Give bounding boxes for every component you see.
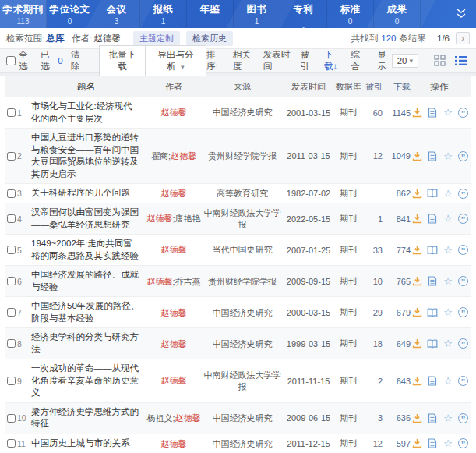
author-link[interactable]: 赵德馨	[161, 108, 187, 117]
book-reading-icon[interactable]	[427, 245, 438, 256]
citation-quote-icon[interactable]: ”	[458, 214, 468, 224]
article-title-link[interactable]: 汉帝国何以由富国变为强国——桑弘羊经济思想研究	[31, 207, 146, 231]
author-link[interactable]: 赵德馨	[146, 214, 172, 223]
select-all-control[interactable]: 全选	[6, 49, 33, 73]
category-tab[interactable]: 专利 ⌄	[280, 0, 327, 28]
citation-quote-icon[interactable]: ”	[458, 189, 468, 199]
article-source-link[interactable]: 贵州财经学院学报	[202, 276, 283, 287]
expand-categories-button[interactable]	[421, 0, 476, 28]
favorite-star-icon[interactable]: ☆	[443, 338, 453, 349]
category-tab[interactable]: 成果 0	[374, 0, 421, 28]
export-analyze-button[interactable]: 导出与分析 ▾	[146, 45, 206, 76]
favorite-star-icon[interactable]: ☆	[443, 188, 453, 199]
author-link[interactable]: 赵德馨	[161, 245, 187, 254]
article-source-link[interactable]: 中南财经政法大学学报	[202, 370, 283, 392]
row-checkbox[interactable]	[7, 246, 16, 254]
author-link[interactable]: 赵德馨	[161, 189, 187, 198]
category-tab[interactable]: 报纸 1	[140, 0, 187, 28]
article-title-link[interactable]: 1949~2002年:走向共同富裕的两条思路及其实践经验	[31, 238, 146, 262]
html-reading-icon[interactable]	[427, 412, 438, 423]
download-icon[interactable]	[411, 245, 422, 256]
download-icon[interactable]	[411, 307, 422, 318]
favorite-star-icon[interactable]: ☆	[443, 214, 453, 225]
article-title-link[interactable]: 市场化与工业化:经济现代化的两个主要层次	[31, 101, 146, 125]
citation-quote-icon[interactable]: ”	[458, 307, 468, 317]
author-link[interactable]: 赵德馨	[161, 308, 187, 317]
sort-option[interactable]: 相关度	[233, 49, 254, 73]
row-checkbox[interactable]	[7, 108, 16, 117]
list-view-icon[interactable]	[453, 53, 470, 69]
favorite-star-icon[interactable]: ☆	[443, 276, 453, 287]
cited-count-link[interactable]: 3	[362, 413, 383, 423]
sort-option[interactable]: 被引	[301, 49, 315, 73]
article-source-link[interactable]: 中国经济史研究	[202, 107, 283, 118]
batch-download-button[interactable]: 批量下载	[99, 45, 146, 76]
cited-count-link[interactable]: 60	[362, 108, 383, 118]
article-source-link[interactable]: 高等教育研究	[202, 188, 283, 199]
author-link[interactable]: 赵德馨	[161, 439, 187, 448]
category-tab[interactable]: 标准 0 ⌄	[327, 0, 374, 28]
page-size-select[interactable]: 20 ▾	[392, 54, 418, 68]
row-checkbox[interactable]	[7, 214, 16, 223]
author-link[interactable]: 赵德馨	[171, 151, 196, 161]
download-icon[interactable]	[411, 412, 422, 423]
download-icon[interactable]	[411, 108, 422, 119]
cited-count-link[interactable]: 2	[362, 377, 383, 386]
download-icon[interactable]	[411, 150, 422, 161]
cited-count-link[interactable]: 10	[362, 277, 383, 286]
citation-quote-icon[interactable]: ”	[458, 338, 468, 349]
row-checkbox[interactable]	[7, 377, 16, 385]
article-title-link[interactable]: 关于科研程序的几个问题	[31, 187, 146, 200]
html-reading-icon[interactable]	[427, 276, 438, 287]
html-reading-icon[interactable]	[427, 108, 438, 119]
citation-quote-icon[interactable]: ”	[458, 151, 468, 161]
download-icon[interactable]	[411, 276, 422, 287]
category-tab[interactable]: 学术期刊 113	[0, 0, 47, 28]
cited-count-link[interactable]: 12	[362, 439, 383, 448]
html-reading-icon[interactable]	[427, 150, 438, 161]
author-link[interactable]: 赵德馨	[146, 277, 172, 286]
cited-count-link[interactable]: 12	[362, 151, 383, 161]
row-checkbox[interactable]	[7, 152, 16, 161]
favorite-star-icon[interactable]: ☆	[443, 150, 453, 161]
citation-quote-icon[interactable]: ”	[458, 413, 468, 423]
sort-option[interactable]: 下载↓	[324, 49, 342, 73]
author-link[interactable]: 杨祖义	[146, 413, 172, 423]
article-title-link[interactable]: 中国经济50年发展的路径、阶段与基本经验	[31, 300, 146, 324]
favorite-star-icon[interactable]: ☆	[443, 245, 453, 256]
category-tab[interactable]: 会议 3 ⌄	[93, 0, 140, 28]
sort-option[interactable]: 发表时间	[263, 49, 291, 73]
article-source-link[interactable]: 中国经济史研究	[202, 338, 283, 349]
next-page-button[interactable]: ›	[456, 32, 470, 44]
grid-view-icon[interactable]	[431, 53, 448, 69]
sort-option[interactable]: 综合	[351, 49, 365, 73]
citation-quote-icon[interactable]: ”	[458, 438, 468, 448]
author-link[interactable]: 乔吉燕	[175, 277, 201, 286]
article-title-link[interactable]: 中国大豆进出口形势的逆转与粮食安全——百年间中国大豆国际贸易地位的逆转及其历史启…	[31, 132, 146, 180]
article-title-link[interactable]: 中国经济发展的路径、成就与经验	[31, 269, 146, 293]
category-tab[interactable]: 图书 1 ⌄	[234, 0, 280, 28]
book-reading-icon[interactable]	[427, 338, 438, 349]
download-icon[interactable]	[411, 338, 422, 349]
row-checkbox[interactable]	[7, 439, 16, 448]
author-link[interactable]: 唐艳艳	[175, 214, 201, 223]
citation-quote-icon[interactable]: ”	[458, 376, 468, 386]
article-source-link[interactable]: 中国经济史研究	[202, 412, 283, 423]
row-checkbox[interactable]	[7, 414, 16, 423]
book-reading-icon[interactable]	[427, 307, 438, 318]
category-tab[interactable]: 学位论文 0 ⌄	[47, 0, 93, 28]
search-history-button[interactable]: 检索历史	[186, 31, 233, 46]
article-title-link[interactable]: 一次成功的革命——从现代化角度看辛亥革命的历史意义	[31, 363, 146, 399]
topic-customize-button[interactable]: 主题定制	[133, 31, 180, 46]
citation-quote-icon[interactable]: ”	[458, 108, 468, 118]
favorite-star-icon[interactable]: ☆	[443, 307, 453, 318]
scope-value-link[interactable]: 总库	[46, 33, 64, 44]
row-checkbox[interactable]	[7, 189, 16, 198]
article-title-link[interactable]: 经济史学科的分类与研究方法	[31, 331, 146, 356]
clear-selection-button[interactable]: 清除	[71, 49, 86, 73]
favorite-star-icon[interactable]: ☆	[443, 438, 453, 449]
author-link[interactable]: 赵德馨	[161, 376, 187, 385]
favorite-star-icon[interactable]: ☆	[443, 376, 453, 387]
download-icon[interactable]	[411, 376, 422, 387]
select-all-checkbox[interactable]	[6, 56, 16, 65]
